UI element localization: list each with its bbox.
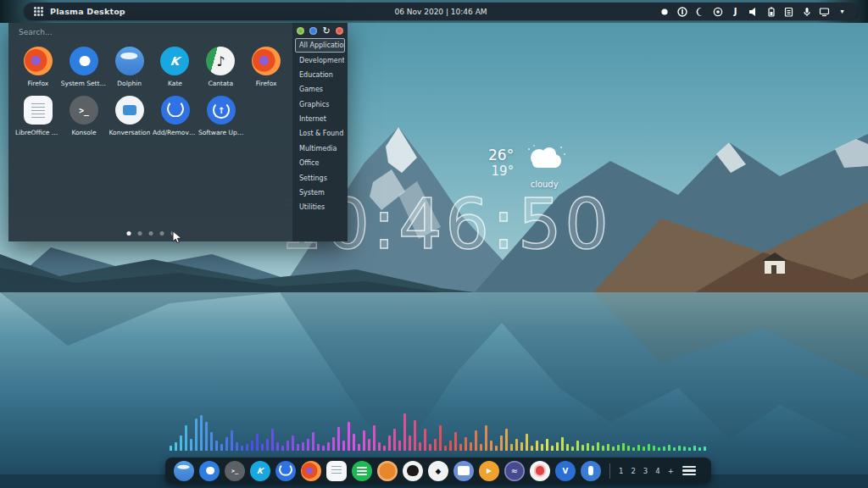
category-item[interactable]: Graphics: [295, 97, 345, 112]
vscode-dock-icon[interactable]: [555, 461, 576, 481]
add-desktop-button[interactable]: +: [668, 467, 674, 475]
app-tile[interactable]: Firefox: [243, 45, 289, 87]
page-dot[interactable]: [137, 231, 142, 236]
search-input[interactable]: [19, 28, 188, 36]
category-item[interactable]: Education: [295, 68, 345, 82]
microphone-dock-icon[interactable]: [581, 461, 601, 481]
firefox-dock-icon[interactable]: [301, 461, 321, 481]
category-item[interactable]: Utilities: [295, 200, 345, 214]
app-label: Software Update: [198, 129, 244, 136]
activity-wave-dock-icon[interactable]: [504, 461, 525, 481]
category-item[interactable]: Lost & Found: [295, 126, 345, 141]
update-icon: [207, 96, 236, 125]
mouse-cursor: [172, 230, 184, 244]
page-dot[interactable]: [159, 231, 164, 236]
app-label: Cantata: [208, 80, 233, 87]
page-dot[interactable]: [148, 231, 153, 236]
category-item[interactable]: Games: [295, 82, 345, 97]
category-list: All ApplicationsDevelopmentEducationGame…: [295, 38, 345, 215]
media-record-icon[interactable]: [712, 6, 723, 17]
category-item[interactable]: Multimedia: [295, 141, 345, 156]
photos-dock-icon[interactable]: [453, 461, 474, 481]
application-launcher: Firefox System Settings Dolphin Kate Can…: [8, 23, 348, 241]
recorder-dock-icon[interactable]: [530, 461, 550, 481]
volume-icon[interactable]: [748, 6, 759, 17]
app-label: System Settings: [61, 80, 107, 87]
app-tile[interactable]: LibreOffice Wri...: [15, 94, 61, 136]
logout-button[interactable]: [309, 27, 317, 35]
juk-icon[interactable]: J: [730, 6, 741, 17]
chevron-down-icon[interactable]: ▾: [837, 6, 848, 17]
app-label: Firefox: [256, 80, 277, 87]
konversation-icon: [115, 96, 144, 125]
category-item[interactable]: System: [295, 186, 345, 200]
night-color-icon[interactable]: [694, 6, 705, 17]
microphone-icon[interactable]: [801, 6, 812, 17]
shutdown-button[interactable]: [336, 27, 343, 35]
app-tile[interactable]: System Settings: [61, 45, 107, 87]
app-grid: Firefox System Settings Dolphin Kate Can…: [8, 40, 292, 136]
panel-title: Plasma Desktop: [50, 7, 125, 16]
app-tile[interactable]: Konsole: [61, 94, 107, 136]
discover-dock-icon[interactable]: [275, 461, 296, 481]
cloud-icon: [522, 144, 566, 173]
category-item[interactable]: Settings: [295, 170, 345, 185]
cantata-icon: [206, 47, 235, 75]
lock-session-button[interactable]: [297, 27, 304, 35]
dock-menu-icon[interactable]: [682, 466, 696, 475]
orange-app-dock-icon[interactable]: [377, 461, 398, 481]
clipboard-icon[interactable]: [783, 6, 794, 17]
session-buttons: ↻: [295, 26, 345, 38]
dock: 1234+: [165, 458, 711, 484]
battery-icon[interactable]: [765, 6, 776, 17]
systemsettings-dock-icon[interactable]: [199, 461, 220, 481]
panel-datetime[interactable]: 06 Nov 2020 | 10:46 AM: [394, 8, 487, 16]
restart-button[interactable]: ↻: [323, 27, 331, 35]
media-play-dock-icon[interactable]: [479, 461, 499, 481]
pager-number[interactable]: 1: [619, 467, 623, 475]
kate-dock-icon[interactable]: [250, 461, 270, 481]
dock-separator: [609, 463, 610, 479]
app-label: Firefox: [27, 80, 48, 87]
app-label: Dolphin: [117, 80, 142, 87]
app-tile[interactable]: Dolphin: [107, 45, 153, 87]
app-tile[interactable]: Konversation: [107, 94, 153, 136]
kate-icon: [160, 47, 189, 75]
category-item[interactable]: Office: [295, 156, 345, 170]
category-item[interactable]: Development: [295, 53, 345, 67]
pager-number[interactable]: 4: [655, 467, 659, 475]
firefox-icon: [252, 47, 281, 75]
display-icon[interactable]: [819, 6, 830, 17]
pager-number[interactable]: 2: [631, 467, 635, 475]
inkscape-dock-icon[interactable]: [428, 461, 448, 481]
top-panel: Plasma Desktop 06 Nov 2020 | 10:46 AM J: [24, 3, 858, 20]
page-dot[interactable]: [126, 231, 131, 236]
darktable-dock-icon[interactable]: [403, 461, 423, 481]
app-label: Konsole: [71, 129, 96, 136]
audio-visualizer: [170, 412, 712, 451]
libreoffice-icon: [24, 96, 53, 125]
konsole-icon: [70, 96, 98, 125]
discover-icon: [161, 96, 190, 125]
category-item[interactable]: Internet: [295, 112, 345, 126]
libreoffice-dock-icon[interactable]: [326, 461, 347, 481]
phone-status-icon[interactable]: [676, 6, 687, 17]
launcher-sidebar: ↻ All ApplicationsDevelopmentEducationGa…: [292, 23, 348, 241]
spotify-dock-icon[interactable]: [352, 461, 372, 481]
app-tile[interactable]: Kate: [153, 45, 198, 87]
desktop: 10:46:50 26° 19° cloudy: [0, 0, 868, 488]
status-dot-icon[interactable]: [659, 6, 670, 17]
dolphin-dock-icon[interactable]: [174, 461, 194, 481]
app-tile[interactable]: Add/Remove S...: [153, 94, 198, 136]
category-item[interactable]: All Applications: [295, 38, 345, 53]
pager-number[interactable]: 3: [643, 467, 648, 475]
app-tile[interactable]: Firefox: [15, 45, 61, 87]
weather-high-temp: 26°: [488, 147, 514, 164]
app-tile[interactable]: Software Update: [198, 94, 244, 136]
app-launcher-icon[interactable]: [34, 7, 43, 16]
dolphin-icon: [115, 47, 144, 75]
weather-low-temp: 19°: [492, 164, 515, 179]
app-tile[interactable]: Cantata: [198, 45, 243, 87]
weather-widget: 26° 19° cloudy: [488, 144, 590, 189]
konsole-dock-icon[interactable]: [225, 461, 245, 481]
